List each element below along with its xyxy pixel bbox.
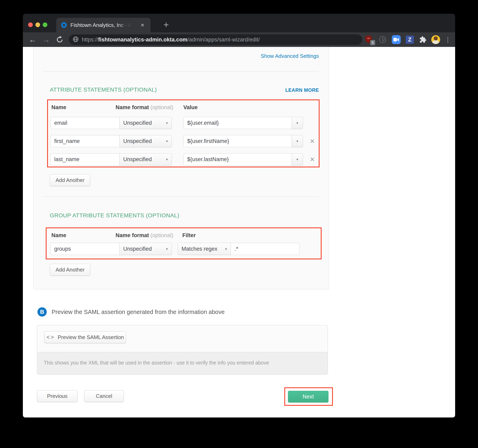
site-security-globe-icon[interactable] <box>72 36 79 43</box>
remove-row-icon[interactable]: ✕ <box>308 156 317 164</box>
chevron-down-icon: ▼ <box>165 247 168 251</box>
value-column-header: Value <box>183 104 198 110</box>
divider <box>43 196 319 197</box>
name-column-header: Name <box>51 104 66 110</box>
group-filter-type-select[interactable]: Matches regex▼ <box>178 243 231 255</box>
chevron-down-icon: ▼ <box>165 158 168 161</box>
reload-icon[interactable] <box>54 32 66 47</box>
ublock-badge: 5 <box>370 40 375 45</box>
name-format-select[interactable]: Unspecified▼ <box>120 153 172 165</box>
attribute-statements-title: ATTRIBUTE STATEMENTS (OPTIONAL) <box>50 86 157 93</box>
add-another-group-button[interactable]: Add Another <box>50 264 90 276</box>
page-content: Show Advanced Settings ATTRIBUTE STATEME… <box>23 47 455 417</box>
new-tab-button[interactable]: + <box>160 18 173 31</box>
browser-toolbar: ← → https://fishtownanalytics-admin.okta… <box>23 32 455 47</box>
close-window-button[interactable] <box>28 22 33 27</box>
password-manager-extension-icon[interactable] <box>377 32 389 47</box>
value-dropdown-button[interactable]: ▼ <box>292 153 303 165</box>
chevron-down-icon: ▼ <box>224 247 227 251</box>
preview-saml-assertion-button[interactable]: <> Preview the SAML Assertion <box>44 331 126 343</box>
url-protocol: https:// <box>82 37 98 43</box>
z-extension-icon[interactable]: Z <box>404 32 416 47</box>
ublock-extension-icon[interactable]: uo 5 <box>362 32 375 47</box>
preview-panel-footer: This shows you the XML that will be used… <box>37 352 328 374</box>
attribute-name-input[interactable] <box>50 135 120 147</box>
name-format-column-header: Name format (optional) <box>116 104 173 110</box>
forward-icon[interactable]: → <box>40 32 52 47</box>
divider <box>43 71 319 72</box>
name-format-select[interactable]: Unspecified▼ <box>120 117 172 129</box>
preview-note: This shows you the XML that will be used… <box>44 360 269 366</box>
extensions-puzzle-icon[interactable] <box>417 32 429 47</box>
attribute-value-combo: ▼ <box>183 153 303 165</box>
chevron-down-icon: ▼ <box>165 140 168 143</box>
chevron-down-icon: ▼ <box>165 121 168 125</box>
cancel-button[interactable]: Cancel <box>84 390 124 402</box>
next-button-annotation-box: Next <box>284 387 333 406</box>
group-attribute-annotation-box: Name Name format (optional) Filter Unspe… <box>46 227 321 259</box>
okta-favicon-icon <box>61 22 67 28</box>
attribute-value-input[interactable] <box>183 153 292 165</box>
show-advanced-settings-link[interactable]: Show Advanced Settings <box>261 53 319 59</box>
saml-settings-panel: Show Advanced Settings ATTRIBUTE STATEME… <box>33 47 329 289</box>
remove-row-icon[interactable]: ✕ <box>308 137 317 146</box>
add-another-attribute-button[interactable]: Add Another <box>50 174 90 186</box>
profile-avatar[interactable] <box>429 32 442 47</box>
value-dropdown-button[interactable]: ▼ <box>292 117 303 129</box>
group-name-input[interactable] <box>50 243 120 255</box>
url-path: /admin/apps/saml-wizard/edit/ <box>187 37 260 43</box>
svg-text:uo: uo <box>367 37 370 40</box>
back-icon[interactable]: ← <box>26 32 39 47</box>
attribute-value-combo: ▼ <box>183 117 303 129</box>
previous-button[interactable]: Previous <box>37 390 77 402</box>
browser-tab[interactable]: Fishtown Analytics, Inc - Applic × <box>56 18 151 32</box>
attribute-value-input[interactable] <box>183 135 292 147</box>
step-b-heading: Preview the SAML assertion generated fro… <box>52 309 225 315</box>
url-host: fishtownanalytics-admin.okta.com <box>98 37 187 43</box>
minimize-window-button[interactable] <box>35 22 40 27</box>
filter-column-header: Filter <box>182 232 196 239</box>
address-bar[interactable]: https://fishtownanalytics-admin.okta.com… <box>69 34 362 45</box>
attribute-value-combo: ▼ <box>183 135 303 147</box>
next-button[interactable]: Next <box>288 391 328 403</box>
attribute-name-input[interactable] <box>50 153 120 165</box>
attribute-value-input[interactable] <box>183 117 292 129</box>
tab-title: Fishtown Analytics, Inc - Applic <box>70 22 131 28</box>
maximize-window-button[interactable] <box>43 22 47 27</box>
learn-more-link[interactable]: LEARN MORE <box>285 87 319 93</box>
name-format-column-header: Name format (optional) <box>116 232 173 239</box>
group-filter-value-input[interactable] <box>231 243 300 255</box>
close-tab-icon[interactable]: × <box>138 21 146 29</box>
preview-assertion-panel: <> Preview the SAML Assertion This shows… <box>37 325 328 374</box>
value-dropdown-button[interactable]: ▼ <box>292 135 303 147</box>
name-column-header: Name <box>51 232 66 239</box>
name-format-select[interactable]: Unspecified▼ <box>120 135 172 147</box>
browser-menu-icon[interactable]: ⋮ <box>442 32 453 47</box>
group-attribute-statements-title: GROUP ATTRIBUTE STATEMENTS (OPTIONAL) <box>50 212 179 219</box>
zoom-extension-icon[interactable] <box>390 32 402 47</box>
tab-strip: Fishtown Analytics, Inc - Applic × + <box>23 14 455 32</box>
attribute-name-input[interactable] <box>50 117 120 129</box>
group-name-format-select[interactable]: Unspecified▼ <box>120 243 172 255</box>
attribute-statements-annotation-box: Name Name format (optional) Value Unspec… <box>47 99 320 167</box>
code-icon: <> <box>47 334 55 340</box>
browser-window: Fishtown Analytics, Inc - Applic × + ← →… <box>23 14 455 417</box>
url-text: https://fishtownanalytics-admin.okta.com… <box>82 37 260 43</box>
step-b-badge: B <box>38 307 47 317</box>
